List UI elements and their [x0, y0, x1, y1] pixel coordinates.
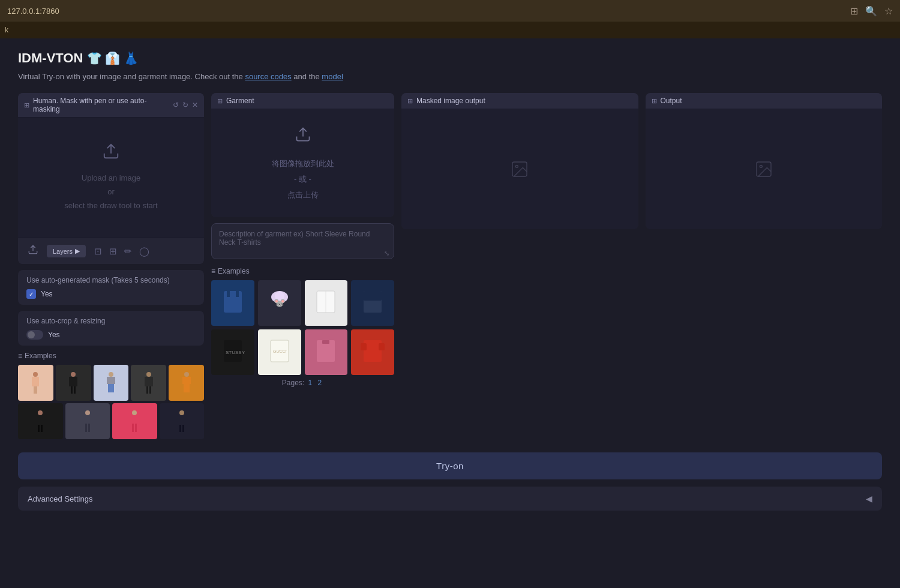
layers-label: Layers	[53, 248, 73, 255]
garment-example-1[interactable]	[211, 280, 254, 326]
human-example-1[interactable]	[18, 365, 53, 401]
bookmark-icon[interactable]: ☆	[884, 5, 893, 17]
garment-example-3[interactable]	[305, 280, 348, 326]
garment-example-4[interactable]	[351, 280, 394, 326]
transform-tool-icon[interactable]: ⊞	[108, 245, 118, 258]
svg-rect-21	[38, 410, 43, 415]
redo-icon[interactable]: ↻	[182, 101, 188, 109]
svg-rect-19	[182, 377, 191, 384]
garment-example-7[interactable]	[305, 329, 348, 375]
garment-upload-area[interactable]: 将图像拖放到此处 - 或 - 点击上传	[211, 109, 394, 217]
garment-example-2[interactable]: 🐭	[258, 280, 301, 326]
advanced-settings-label: Advanced Settings	[28, 494, 92, 503]
advanced-settings-panel[interactable]: Advanced Settings ◀	[18, 487, 882, 511]
upload-text-line1: Upload an image	[82, 171, 140, 185]
human-example-7[interactable]	[65, 403, 110, 439]
upload-icon	[102, 142, 120, 164]
auto-mask-row: ✓ Yes	[26, 289, 196, 299]
garment-panel-header: ⊞ Garment	[211, 93, 394, 109]
page2-link[interactable]: 2	[318, 379, 322, 387]
garment-examples-header: ≡ Examples	[211, 267, 394, 275]
auto-mask-label: Use auto-generated mask (Takes 5 seconds…	[26, 276, 196, 284]
garment-examples-row2: STUSSY GUCCI	[211, 329, 394, 375]
upload-button[interactable]	[24, 243, 42, 259]
svg-rect-4	[34, 386, 35, 394]
close-icon[interactable]: ✕	[192, 101, 198, 109]
garment-example-6[interactable]: GUCCI	[258, 329, 301, 375]
url-bar[interactable]: 127.0.0.1:7860	[7, 7, 59, 16]
human-canvas[interactable]: Upload an image or select the draw tool …	[18, 118, 204, 238]
human-examples-label: Examples	[25, 352, 56, 360]
undo-icon[interactable]: ↺	[173, 101, 179, 109]
tryon-button[interactable]: Try-on	[18, 452, 882, 479]
description-wrapper: ⤡	[211, 223, 394, 261]
auto-mask-yes-label: Yes	[41, 290, 53, 298]
garment-examples-row1: 🐭	[211, 280, 394, 326]
output-canvas	[646, 109, 883, 229]
human-examples-icon: ≡	[18, 352, 22, 360]
svg-rect-7	[69, 377, 77, 386]
page1-link[interactable]: 1	[308, 379, 312, 387]
svg-rect-6	[71, 372, 76, 377]
garment-examples-section: ≡ Examples 🐭	[211, 267, 394, 387]
human-panel: ⊞ Human. Mask with pen or use auto-maski…	[18, 93, 204, 264]
garment-upload-icon	[295, 124, 311, 152]
human-example-4[interactable]	[131, 365, 166, 401]
garment-example-5[interactable]: STUSSY	[211, 329, 254, 375]
svg-rect-11	[107, 377, 115, 384]
upload-text-line2: select the draw tool to start	[64, 199, 157, 212]
human-example-3[interactable]	[94, 365, 129, 401]
svg-rect-53	[322, 340, 329, 344]
search-icon[interactable]: 🔍	[865, 5, 877, 17]
garment-description-input[interactable]	[211, 223, 394, 259]
human-example-8[interactable]	[112, 403, 157, 439]
human-example-5[interactable]	[169, 365, 204, 401]
garment-example-8[interactable]	[351, 329, 394, 375]
human-example-2[interactable]	[56, 365, 91, 401]
masked-output-icon: ⊞	[407, 97, 413, 105]
translate-icon[interactable]: ⊞	[850, 5, 858, 17]
svg-rect-22	[35, 415, 45, 425]
output-panel-header: ⊞ Output	[646, 93, 883, 109]
human-examples-row1	[18, 365, 204, 401]
left-column: ⊞ Human. Mask with pen or use auto-maski…	[18, 93, 204, 445]
auto-crop-toggle[interactable]	[26, 330, 43, 340]
masked-output-label: Masked image output	[416, 97, 485, 105]
layers-button[interactable]: Layers ▶	[47, 245, 86, 257]
eraser-tool-icon[interactable]: ◯	[138, 245, 151, 258]
svg-rect-28	[88, 424, 90, 432]
advanced-settings-arrow: ◀	[866, 494, 872, 503]
svg-rect-26	[83, 415, 92, 424]
human-example-6[interactable]	[18, 403, 63, 439]
tryon-btn-container: Try-on	[18, 452, 882, 479]
tab-label[interactable]: k	[5, 26, 8, 34]
human-example-9[interactable]	[160, 403, 205, 439]
browser-bar: 127.0.0.1:7860 ⊞ 🔍 ☆	[0, 0, 900, 22]
svg-rect-15	[145, 377, 153, 386]
human-examples-row2	[18, 403, 204, 439]
app-title: IDM-VTON 👕 👔 👗	[18, 50, 882, 66]
svg-rect-8	[71, 386, 73, 394]
svg-rect-56	[379, 343, 385, 350]
model-link[interactable]: model	[322, 72, 343, 81]
pages-label: Pages:	[282, 379, 304, 387]
draw-tool-icon[interactable]: ✏	[123, 245, 133, 258]
source-codes-link[interactable]: source codes	[245, 72, 291, 81]
auto-mask-checkbox[interactable]: ✓	[26, 289, 36, 299]
human-examples-header: ≡ Examples	[18, 352, 204, 360]
svg-rect-47	[364, 291, 382, 301]
svg-rect-23	[38, 425, 40, 432]
title-text: IDM-VTON	[18, 50, 83, 65]
svg-rect-2	[33, 372, 38, 377]
svg-point-58	[516, 165, 518, 167]
human-panel-label: Human. Mask with pen or use auto-masking	[33, 97, 169, 113]
crop-tool-icon[interactable]: ⊡	[93, 245, 103, 258]
panels-row: ⊞ Human. Mask with pen or use auto-maski…	[18, 93, 882, 445]
garment-panel-label: Garment	[226, 97, 254, 105]
svg-rect-40	[236, 291, 239, 297]
svg-rect-32	[135, 424, 137, 432]
svg-rect-36	[182, 425, 184, 432]
layers-arrow: ▶	[75, 247, 80, 255]
garment-panel-icon: ⊞	[217, 97, 223, 105]
svg-rect-30	[130, 415, 139, 424]
